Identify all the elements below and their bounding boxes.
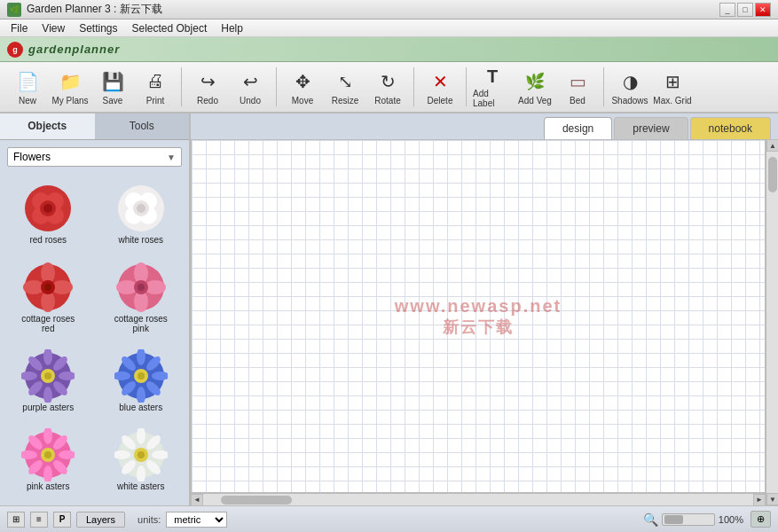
list-item[interactable]: red roses (4, 176, 93, 251)
menu-selected-object[interactable]: Selected Object (125, 20, 215, 36)
canvas-area[interactable]: www.newasp.net 新云下载 (191, 139, 766, 493)
list-item[interactable]: cottage rosesred (4, 254, 93, 340)
list-item[interactable]: pink asters (4, 422, 93, 497)
menu-settings[interactable]: Settings (72, 20, 124, 36)
zoom-out-icon[interactable]: 🔍 (643, 512, 658, 527)
canvas-wrapper: www.newasp.net 新云下载 ◄ ► (191, 139, 766, 505)
list-item[interactable]: white asters (97, 422, 186, 497)
redo-label: Redo (197, 96, 218, 106)
tab-tools[interactable]: Tools (95, 113, 190, 139)
addveg-icon (523, 69, 547, 94)
plant-name: pink asters (27, 481, 69, 491)
cottage-roses-pink-flower (114, 261, 168, 314)
menubar: File View Settings Selected Object Help (0, 20, 778, 37)
addlabel-button[interactable]: Add Label (472, 65, 513, 109)
p-icon[interactable]: P (53, 512, 71, 528)
resize-button[interactable]: Resize (325, 65, 365, 109)
panel-tabs: Objects Tools (0, 113, 189, 140)
myplans-button[interactable]: My Plans (50, 65, 90, 109)
toolbar: New My Plans Save Print Redo Undo Move R… (0, 62, 778, 113)
list-item[interactable]: purple asters (4, 343, 93, 419)
new-button[interactable]: New (7, 65, 48, 109)
menu-help[interactable]: Help (214, 20, 250, 36)
save-icon (100, 69, 125, 94)
tab-design[interactable]: design (544, 117, 612, 139)
main-area: Objects Tools Flowers ▼ (0, 113, 778, 505)
category-dropdown[interactable]: Flowers ▼ (7, 147, 182, 167)
plant-grid: red roses white roses (0, 172, 189, 505)
svg-point-13 (137, 204, 145, 213)
grid-icon[interactable]: ⊞ (7, 512, 25, 528)
undo-button[interactable]: Undo (230, 65, 271, 109)
scroll-left-button[interactable]: ◄ (191, 494, 203, 506)
brandbar: g gardenplanner (0, 37, 778, 62)
menu-view[interactable]: View (35, 20, 72, 36)
menu-file[interactable]: File (4, 20, 35, 36)
redo-icon (195, 69, 220, 94)
zoom-value: 100% (719, 514, 743, 525)
zoom-fit-button[interactable]: ⊕ (750, 511, 771, 528)
left-panel: Objects Tools Flowers ▼ (0, 113, 191, 505)
shadows-button[interactable]: Shadows (609, 65, 650, 109)
redo-button[interactable]: Redo (187, 65, 228, 109)
undo-label: Undo (240, 96, 261, 106)
plant-name: cottage rosesred (21, 314, 75, 333)
svg-point-71 (138, 451, 145, 458)
scroll-down-button[interactable]: ▼ (766, 493, 778, 505)
svg-point-27 (138, 284, 145, 291)
horizontal-scrollbar[interactable]: ◄ ► (191, 493, 766, 505)
print-button[interactable]: Print (135, 65, 176, 109)
zoom-area: 🔍 100% ⊕ (643, 511, 771, 528)
list-item[interactable]: marigolds (97, 501, 186, 505)
scroll-thumb-vertical[interactable] (768, 157, 777, 192)
bed-button[interactable]: Bed (557, 65, 598, 109)
delete-button[interactable]: Delete (420, 65, 460, 109)
scroll-thumb-horizontal[interactable] (221, 496, 292, 505)
resize-icon (333, 69, 358, 94)
maxgrid-button[interactable]: Max. Grid (652, 65, 693, 109)
layers-button[interactable]: Layers (76, 512, 125, 528)
svg-point-20 (44, 284, 51, 291)
close-button[interactable]: ✕ (755, 3, 771, 17)
list-item[interactable]: blue asters (97, 343, 186, 419)
tab-preview[interactable]: preview (614, 117, 688, 139)
plant-name: red roses (29, 235, 67, 245)
zoom-slider[interactable] (662, 513, 715, 526)
window-controls: _ □ ✕ (719, 3, 771, 17)
vertical-scrollbar[interactable]: ▲ ▼ (766, 139, 778, 505)
addlabel-icon (480, 66, 505, 87)
print-icon (143, 69, 168, 94)
white-roses-flower (114, 182, 168, 235)
blue-asters-flower (114, 349, 168, 403)
category-selected: Flowers (13, 151, 51, 163)
minimize-button[interactable]: _ (719, 3, 735, 17)
plant-grid-inner: red roses white roses (4, 176, 185, 505)
list-item[interactable]: white roses (97, 176, 186, 251)
list-item[interactable]: cottage rosespink (97, 254, 186, 340)
tab-objects[interactable]: Objects (0, 113, 95, 139)
separator-3 (413, 67, 414, 106)
separator-5 (603, 67, 604, 106)
separator-2 (276, 67, 277, 106)
list-icon[interactable]: ≡ (30, 512, 48, 528)
rotate-label: Rotate (374, 96, 400, 106)
save-label: Save (103, 96, 123, 106)
delete-icon (428, 69, 452, 94)
white-asters-flower (114, 428, 168, 481)
save-button[interactable]: Save (92, 65, 133, 109)
maximize-button[interactable]: □ (737, 3, 753, 17)
addlabel-label: Add Label (473, 89, 512, 108)
move-button[interactable]: Move (282, 65, 323, 109)
tab-notebook[interactable]: notebook (690, 117, 771, 139)
window-title: Garden Planner 3 : 新云下载 (27, 2, 162, 17)
new-icon (15, 69, 40, 94)
rotate-button[interactable]: Rotate (367, 65, 408, 109)
bed-label: Bed (570, 96, 585, 106)
units-select[interactable]: metric imperial (166, 512, 227, 528)
list-item[interactable]: oleander (4, 501, 93, 505)
scroll-right-button[interactable]: ► (753, 494, 766, 506)
statusbar: ⊞ ≡ P Layers units: metric imperial 🔍 10… (0, 505, 778, 532)
addveg-button[interactable]: Add Veg (515, 65, 555, 109)
scroll-up-button[interactable]: ▲ (766, 139, 778, 152)
design-tabs: design preview notebook (191, 113, 778, 139)
